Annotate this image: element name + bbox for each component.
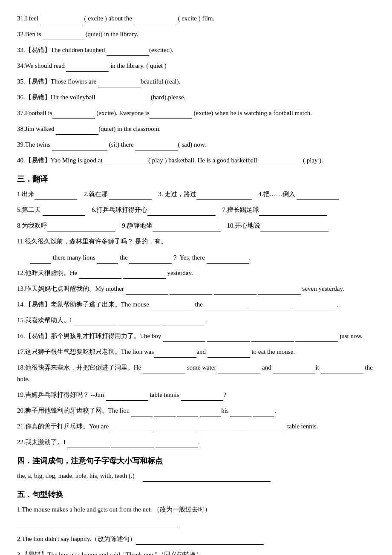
q37-text: 37.Football is (excite). Everyone is (ex… — [17, 110, 312, 116]
t20-blank1[interactable] — [131, 409, 153, 416]
t7-blank[interactable] — [259, 208, 327, 216]
t21-blank3[interactable] — [199, 425, 241, 432]
t5-blank[interactable] — [43, 208, 85, 216]
t6-blank[interactable] — [147, 208, 216, 216]
t13-blank3[interactable] — [214, 287, 257, 295]
t4-blank[interactable] — [297, 192, 339, 200]
t11-blank1[interactable] — [30, 256, 51, 264]
t11-blank2[interactable] — [97, 256, 118, 264]
t20-blank5[interactable] — [230, 409, 251, 416]
t16-blank4[interactable] — [295, 334, 338, 342]
t16-blank3[interactable] — [251, 334, 294, 342]
q40-blank1[interactable] — [104, 159, 147, 166]
t19-blank2[interactable] — [181, 393, 223, 401]
t20-blank6[interactable] — [253, 409, 274, 416]
t18-blank4[interactable] — [321, 366, 363, 373]
q33-blank1[interactable] — [107, 48, 149, 56]
trans-20: 20.狮子用他锋利的牙齿咬了网。The lion his . — [17, 405, 375, 416]
t19-blank1[interactable] — [106, 393, 148, 401]
trans-q2-blank[interactable] — [136, 537, 264, 545]
trans-q1-blank[interactable] — [17, 520, 178, 527]
q38-blank1[interactable] — [56, 127, 98, 135]
t13-blank2[interactable] — [170, 287, 212, 295]
q31: 31.I feel ( excite ) about the ( excite … — [17, 13, 375, 24]
t14-blank4[interactable] — [293, 303, 335, 310]
trans-q1: 1.The mouse makes a hole and gets out fr… — [17, 504, 375, 515]
word-order-section: 四．连词成句，注意句子字母大小写和标点 the, a, big, dog, ma… — [17, 456, 375, 482]
q31-text: 31.I feel ( excite ) about the ( excite … — [17, 15, 214, 22]
t18-blank3[interactable] — [273, 366, 315, 373]
t14-blank2[interactable] — [205, 303, 247, 310]
t20-blank2[interactable] — [154, 409, 176, 416]
t1-blank[interactable] — [35, 192, 77, 200]
t8-blank[interactable] — [47, 224, 115, 231]
t20-blank4[interactable] — [200, 409, 221, 416]
q36-blank1[interactable] — [95, 95, 151, 103]
q33: 33.【易错】The children laughed (excited). — [17, 44, 375, 56]
translate-section: 三．翻译 1.出来 2.就在那 3. 走过，路过 4.把……倒入 5.第二天 6… — [17, 174, 375, 448]
q31-blank2[interactable] — [134, 17, 176, 24]
t13-blank4[interactable] — [258, 287, 301, 295]
t22-blank3[interactable] — [156, 440, 198, 448]
q40-text: 40.【易错】Yao Ming is good at ( play ) bask… — [17, 157, 323, 164]
q39-blank1[interactable] — [52, 143, 107, 150]
t11-blank4[interactable] — [207, 256, 249, 264]
t14-blank1[interactable] — [151, 303, 193, 310]
word-order-blank[interactable] — [143, 474, 271, 482]
t11-blank3[interactable] — [129, 256, 172, 264]
t17-blank2[interactable] — [208, 350, 250, 358]
q39: 39.The twins (sit) there ( sad) now. — [17, 139, 375, 150]
q35-text: 35.【易错】Those flowers are beautiful (real… — [17, 78, 180, 85]
t20-blank3[interactable] — [177, 409, 198, 416]
trans-14: 14.【易错】老鼠帮助狮子逃了出来。The mouse the . — [17, 299, 375, 310]
q37: 37.Football is (excite). Everyone is (ex… — [17, 107, 375, 119]
t16-blank1[interactable] — [163, 334, 205, 342]
trans-q2: 2.The lion didn't say happily.（改为陈述句） — [17, 533, 375, 545]
t22-blank2[interactable] — [111, 440, 154, 448]
q32-blank1[interactable] — [43, 32, 85, 40]
q34: 34.We should read in the library. ( quie… — [17, 60, 375, 72]
trans-13: 13.昨天妈妈七点叫醒我的。My mother seven yesterday. — [17, 283, 375, 295]
t21-blank2[interactable] — [155, 425, 197, 432]
t3-blank[interactable] — [196, 192, 252, 200]
q31-blank1[interactable] — [40, 17, 83, 24]
q39-text: 39.The twins (sit) there ( sad) now. — [17, 141, 206, 148]
t12-blank1[interactable] — [79, 271, 121, 279]
q34-text: 34.We should read in the library. ( quie… — [17, 62, 167, 69]
t14-blank3[interactable] — [248, 303, 291, 310]
q39-blank2[interactable] — [135, 143, 178, 150]
fill-section: 31.I feel ( excite ) about the ( excite … — [17, 13, 375, 166]
trans-21: 21.你真的善于打乒乓球。You are table tennis. — [17, 421, 375, 432]
q35-blank1[interactable] — [98, 80, 141, 87]
t17-blank1[interactable] — [154, 350, 196, 358]
t15-blank3[interactable] — [162, 318, 205, 326]
t2-blank[interactable] — [109, 192, 152, 200]
q40-blank2[interactable] — [259, 159, 301, 166]
trans-q3: 3.【易错】The boy was happy and said, "Thank… — [17, 549, 375, 555]
q37-blank2[interactable] — [150, 111, 192, 119]
t15-blank2[interactable] — [118, 318, 160, 326]
t13-blank1[interactable] — [126, 287, 168, 295]
q36: 36.【易错】Hit the volleyball(hard),please. — [17, 92, 375, 103]
t9-blank[interactable] — [153, 224, 221, 231]
t15-blank1[interactable] — [74, 318, 116, 326]
t18-blank2[interactable] — [218, 366, 260, 373]
transform-title: 五．句型转换 — [17, 489, 375, 500]
trans-row3: 8.为我欢呼 9.静静地坐 10.开心地说 — [17, 220, 375, 231]
t18-blank1[interactable] — [143, 366, 185, 373]
t12-blank2[interactable] — [123, 271, 166, 279]
t10-blank[interactable] — [260, 224, 329, 231]
trans-row1: 1.出来 2.就在那 3. 走过，路过 4.把……倒入 — [17, 188, 375, 200]
t21-blank1[interactable] — [110, 425, 153, 432]
q38-text: 38.Jim walked (quiet) in the classroom. — [17, 125, 161, 132]
trans-17: 17.这只狮子很生气想要吃那只老鼠。The lion wasand to eat… — [17, 346, 375, 358]
q34-blank1[interactable] — [66, 64, 109, 72]
q35: 35.【易错】Those flowers are beautiful (real… — [17, 76, 375, 87]
q38: 38.Jim walked (quiet) in the classroom. — [17, 123, 375, 135]
q37-blank1[interactable] — [52, 111, 95, 119]
t16-blank2[interactable] — [207, 334, 250, 342]
word-order-prompt: the, a, big, dog, made, hole, his, with,… — [17, 472, 135, 479]
t21-blank4[interactable] — [243, 425, 285, 432]
t22-blank1[interactable] — [67, 440, 110, 448]
trans-12: 12.他昨天很虚弱。He yesterday. — [17, 267, 375, 279]
